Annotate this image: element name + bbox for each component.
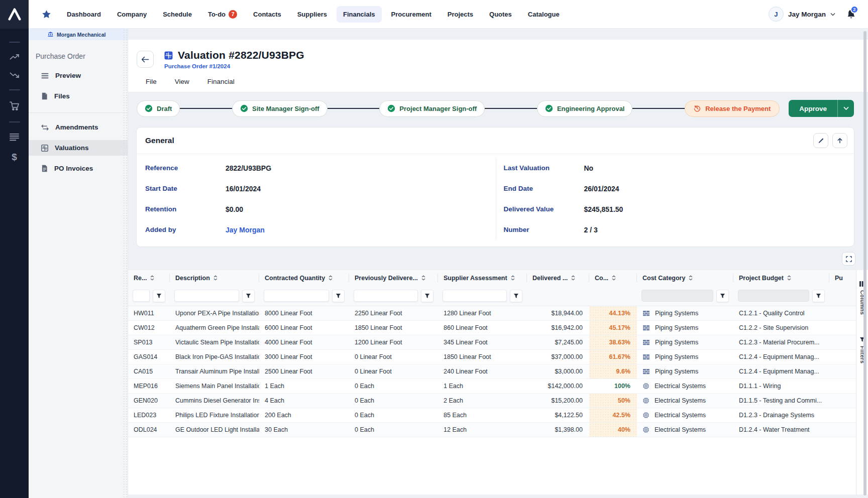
- cell-pu: [829, 306, 856, 320]
- preview-icon: [41, 73, 49, 79]
- filter-button-description[interactable]: [242, 290, 255, 302]
- favorite-star-icon[interactable]: [42, 10, 51, 19]
- sidebar-item-po-invoices[interactable]: PO Invoices: [29, 161, 128, 176]
- column-header-delivered[interactable]: Delivered ...: [527, 270, 589, 286]
- nav-item-contacts[interactable]: Contacts: [247, 6, 288, 23]
- cell-pu: [829, 394, 856, 408]
- cell-supplier-assessment: 345 Linear Foot: [438, 335, 527, 349]
- company-breadcrumb[interactable]: Morgan Mechanical: [29, 29, 128, 40]
- cell-reference: SP013: [128, 335, 170, 349]
- filter-input-contracted-quantity[interactable]: [264, 290, 329, 302]
- funnel-icon: [720, 293, 725, 299]
- nav-item-financials[interactable]: Financials: [337, 6, 382, 23]
- menu-file[interactable]: File: [146, 78, 157, 85]
- column-header-previously-delivered[interactable]: Previously Delivere...: [349, 270, 438, 286]
- list-icon[interactable]: [9, 133, 20, 141]
- column-header-cost-category[interactable]: Cost Category: [637, 270, 733, 286]
- nav-item-company[interactable]: Company: [111, 6, 153, 23]
- cell-contracted-quantity: 4000 Linear Foot: [259, 335, 349, 349]
- sidebar-item-files[interactable]: Files: [29, 88, 128, 104]
- menu-view[interactable]: View: [175, 78, 189, 85]
- chevron-down-icon: [843, 106, 849, 110]
- table-row[interactable]: CW012 Aquatherm Green Pipe Installati 60…: [128, 321, 856, 335]
- cell-supplier-assessment: 12 Each: [438, 423, 527, 437]
- sidebar-item-valuations[interactable]: Valuations: [29, 140, 128, 156]
- column-header-supplier-assessment[interactable]: Supplier Assessment: [438, 270, 527, 286]
- nav-item-catalogue[interactable]: Catalogue: [521, 6, 566, 23]
- table-header-row: Re... Description Contracted Quantity Pr…: [128, 270, 856, 286]
- workflow-connector: [632, 108, 685, 109]
- step-draft[interactable]: Draft: [137, 100, 180, 117]
- column-header-description[interactable]: Description: [170, 270, 259, 286]
- cell-supplier-assessment: 1 Each: [438, 379, 527, 393]
- table-row[interactable]: LED023 Philips LED Fixture Installation …: [128, 408, 856, 423]
- cart-icon[interactable]: [9, 101, 20, 111]
- step-engineering-approval[interactable]: Engineering Approval: [537, 100, 633, 117]
- cell-description: Victaulic Steam Pipe Installatior: [170, 335, 259, 349]
- step-project-manager-signoff[interactable]: Project Manager Sign-off: [379, 100, 485, 117]
- arrow-left-icon: [141, 56, 149, 63]
- table-row[interactable]: SP013 Victaulic Steam Pipe Installatior …: [128, 335, 856, 350]
- cell-description: Philips LED Fixture Installation o: [170, 408, 259, 422]
- cell-delivered-value: $4,122.50: [527, 408, 589, 422]
- table-row[interactable]: MEP016 Siemens Main Panel Installation 1…: [128, 379, 856, 394]
- cell-cost-category: Piping Systems: [637, 306, 733, 320]
- general-card: General Reference 2822/U93: [136, 127, 854, 247]
- approve-dropdown-button[interactable]: [837, 100, 854, 117]
- table-row[interactable]: GAS014 Black Iron Pipe-GAS Installation …: [128, 350, 856, 364]
- filter-input-supplier-assessment[interactable]: [443, 290, 507, 302]
- cell-reference: LED023: [128, 408, 170, 422]
- filter-button-contracted-quantity[interactable]: [332, 290, 345, 302]
- brick-icon: [642, 310, 650, 317]
- dollar-icon[interactable]: $: [12, 152, 17, 163]
- table-row[interactable]: CA015 Transair Aluminum Pipe Installa 25…: [128, 364, 856, 379]
- nav-item-suppliers[interactable]: Suppliers: [291, 6, 334, 23]
- cell-reference: HW011: [128, 306, 170, 320]
- column-header-pu[interactable]: Pu: [829, 270, 856, 286]
- purchase-order-link[interactable]: Purchase Order #1/2024: [164, 63, 230, 69]
- menu-financial[interactable]: Financial: [207, 78, 235, 85]
- cell-previously-delivered: 0 Linear Foot: [349, 364, 438, 379]
- avatar: J: [769, 7, 784, 22]
- nav-item-quotes[interactable]: Quotes: [483, 6, 518, 23]
- invoice-icon: [41, 165, 48, 172]
- brick-icon: [642, 339, 650, 346]
- sidebar-item-preview[interactable]: Preview: [29, 68, 128, 83]
- approve-button[interactable]: Approve: [789, 100, 837, 117]
- nav-item-schedule[interactable]: Schedule: [156, 6, 198, 23]
- nav-item-procurement[interactable]: Procurement: [385, 6, 438, 23]
- column-header-reference[interactable]: Re...: [128, 270, 170, 286]
- filter-input-description[interactable]: [174, 290, 239, 302]
- trending-down-icon[interactable]: [9, 71, 20, 79]
- column-header-contracted-quantity[interactable]: Contracted Quantity: [259, 270, 349, 286]
- nav-item-todo[interactable]: To-do7: [201, 6, 244, 23]
- collapse-button[interactable]: [832, 133, 847, 148]
- field-last-valuation: Last Valuation No: [504, 158, 846, 178]
- filter-input-previously-delivered[interactable]: [354, 290, 418, 302]
- notifications-button[interactable]: 2: [846, 9, 856, 20]
- step-site-manager-signoff[interactable]: Site Manager Sign-off: [232, 100, 328, 117]
- table-row[interactable]: GEN020 Cummins Diesel Generator Insta 4 …: [128, 394, 856, 408]
- expand-table-button[interactable]: [842, 252, 855, 266]
- filter-button-project-budget[interactable]: [812, 290, 825, 302]
- filter-button-previously-delivered[interactable]: [421, 290, 433, 302]
- app-logo[interactable]: [0, 0, 29, 29]
- edit-button[interactable]: [813, 133, 828, 148]
- back-button[interactable]: [137, 51, 154, 68]
- trending-up-icon[interactable]: [9, 53, 20, 61]
- filter-button-reference[interactable]: [153, 290, 165, 302]
- table-row[interactable]: HW011 Uponor PEX-A Pipe Installation ( 8…: [128, 306, 856, 321]
- nav-item-projects[interactable]: Projects: [441, 6, 480, 23]
- column-header-project-budget[interactable]: Project Budget: [733, 270, 829, 286]
- release-payment-button[interactable]: Release the Payment: [685, 100, 780, 117]
- vertical-scrollbar[interactable]: [863, 31, 866, 495]
- added-by-link[interactable]: Jay Morgan: [226, 226, 265, 234]
- user-menu[interactable]: J Jay Morgan: [769, 7, 835, 22]
- filter-button-supplier-assessment[interactable]: [510, 290, 522, 302]
- sidebar-item-amendments[interactable]: Amendments: [29, 119, 128, 135]
- filter-input-reference[interactable]: [133, 290, 150, 302]
- nav-item-dashboard[interactable]: Dashboard: [60, 6, 107, 23]
- table-row[interactable]: ODL024 GE Outdoor LED Light Installatic …: [128, 423, 856, 437]
- filter-button-cost-category[interactable]: [716, 290, 729, 302]
- column-header-completion[interactable]: Co...: [589, 270, 637, 286]
